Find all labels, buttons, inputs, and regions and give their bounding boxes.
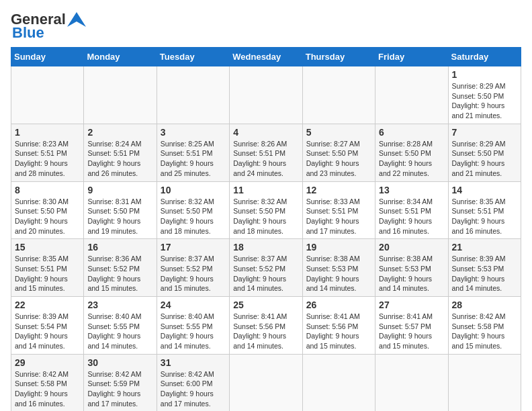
calendar-cell: 22 Sunrise: 8:39 AM Sunset: 5:54 PM Dayl… [11,297,84,355]
sunrise-label: Sunrise: 8:42 AM [452,312,506,320]
sunset-label: Sunset: 5:51 PM [161,149,213,157]
calendar-cell: 1 Sunrise: 8:29 AM Sunset: 5:50 PM Dayli… [448,66,521,124]
day-number: 9 [87,185,152,195]
day-number: 7 [452,127,517,138]
day-info: Sunrise: 8:42 AM Sunset: 5:58 PM Dayligh… [15,369,80,409]
sunrise-label: Sunrise: 8:37 AM [161,255,214,263]
day-info: Sunrise: 8:28 AM Sunset: 5:50 PM Dayligh… [379,139,444,179]
sunrise-label: Sunrise: 8:29 AM [452,82,506,90]
daylight-label: Daylight: 9 hours and 25 minutes. [161,159,214,177]
calendar-cell: 13 Sunrise: 8:34 AM Sunset: 5:51 PM Dayl… [375,181,448,239]
sunrise-label: Sunrise: 8:27 AM [306,140,360,148]
calendar-cell [448,354,521,411]
day-number: 19 [306,242,371,253]
day-info: Sunrise: 8:42 AM Sunset: 6:00 PM Dayligh… [161,369,226,409]
day-info: Sunrise: 8:39 AM Sunset: 5:54 PM Dayligh… [15,312,80,351]
calendar-cell: 5 Sunrise: 8:27 AM Sunset: 5:50 PM Dayli… [302,124,375,181]
day-info: Sunrise: 8:32 AM Sunset: 5:50 PM Dayligh… [161,197,226,236]
day-number: 24 [161,300,226,310]
day-number: 16 [87,242,152,253]
calendar-cell: 28 Sunrise: 8:42 AM Sunset: 5:58 PM Dayl… [448,297,521,355]
day-info: Sunrise: 8:34 AM Sunset: 5:51 PM Dayligh… [379,197,444,236]
daylight-label: Daylight: 9 hours and 15 minutes. [379,332,432,350]
day-number: 13 [379,185,444,195]
sunset-label: Sunset: 5:50 PM [379,149,431,157]
calendar-cell: 8 Sunrise: 8:30 AM Sunset: 5:50 PM Dayli… [11,181,84,239]
day-info: Sunrise: 8:30 AM Sunset: 5:50 PM Dayligh… [15,197,80,236]
calendar-cell: 20 Sunrise: 8:38 AM Sunset: 5:53 PM Dayl… [375,239,448,297]
sunrise-label: Sunrise: 8:32 AM [161,197,214,205]
sunrise-label: Sunrise: 8:39 AM [15,312,69,320]
daylight-label: Daylight: 9 hours and 15 minutes. [452,332,505,350]
sunrise-label: Sunrise: 8:33 AM [306,197,360,205]
daylight-label: Daylight: 9 hours and 18 minutes. [233,217,286,235]
sunset-label: Sunset: 5:57 PM [379,322,431,330]
sunrise-label: Sunrise: 8:32 AM [233,197,287,205]
calendar-cell: 25 Sunrise: 8:41 AM Sunset: 5:56 PM Dayl… [230,297,302,355]
day-number: 27 [379,300,444,310]
day-number: 1 [452,69,517,80]
daylight-label: Daylight: 9 hours and 14 minutes. [379,275,432,293]
sunset-label: Sunset: 5:53 PM [379,265,431,273]
calendar-header-row: SundayMondayTuesdayWednesdayThursdayFrid… [11,48,521,66]
sunset-label: Sunset: 5:58 PM [452,322,504,330]
daylight-label: Daylight: 9 hours and 20 minutes. [15,217,68,235]
day-info: Sunrise: 8:37 AM Sunset: 5:52 PM Dayligh… [233,254,298,293]
sunset-label: Sunset: 5:51 PM [15,265,67,273]
calendar-cell [230,66,302,124]
daylight-label: Daylight: 9 hours and 16 minutes. [15,390,68,408]
day-info: Sunrise: 8:38 AM Sunset: 5:53 PM Dayligh… [306,254,371,293]
day-number: 29 [15,357,80,368]
sunset-label: Sunset: 5:52 PM [161,265,213,273]
daylight-label: Daylight: 9 hours and 28 minutes. [15,159,68,177]
daylight-label: Daylight: 9 hours and 17 minutes. [306,217,359,235]
day-info: Sunrise: 8:39 AM Sunset: 5:53 PM Dayligh… [452,254,517,293]
sunrise-label: Sunrise: 8:41 AM [306,312,360,320]
logo-blue: Blue [12,24,44,42]
daylight-label: Daylight: 9 hours and 17 minutes. [161,390,214,408]
calendar-cell: 27 Sunrise: 8:41 AM Sunset: 5:57 PM Dayl… [375,297,448,355]
day-header-saturday: Saturday [448,48,521,66]
sunrise-label: Sunrise: 8:23 AM [15,140,69,148]
day-number: 15 [15,242,80,253]
sunset-label: Sunset: 5:55 PM [87,322,140,330]
calendar-cell: 17 Sunrise: 8:37 AM Sunset: 5:52 PM Dayl… [157,239,229,297]
sunrise-label: Sunrise: 8:38 AM [379,255,433,263]
day-number: 17 [161,242,226,253]
calendar-cell [302,354,375,411]
day-info: Sunrise: 8:40 AM Sunset: 5:55 PM Dayligh… [87,312,152,351]
day-number: 31 [161,357,226,368]
day-number: 12 [306,185,371,195]
day-info: Sunrise: 8:29 AM Sunset: 5:50 PM Dayligh… [452,81,517,121]
sunset-label: Sunset: 5:51 PM [452,207,504,215]
calendar-cell [84,66,157,124]
calendar-cell: 2 Sunrise: 8:24 AM Sunset: 5:51 PM Dayli… [84,124,157,181]
sunset-label: Sunset: 5:50 PM [452,92,504,100]
sunset-label: Sunset: 5:54 PM [15,322,67,330]
sunrise-label: Sunrise: 8:40 AM [161,312,214,320]
calendar-cell: 29 Sunrise: 8:42 AM Sunset: 5:58 PM Dayl… [11,354,84,411]
day-header-wednesday: Wednesday [230,48,302,66]
day-info: Sunrise: 8:42 AM Sunset: 5:59 PM Dayligh… [87,369,152,409]
calendar-cell: 23 Sunrise: 8:40 AM Sunset: 5:55 PM Dayl… [84,297,157,355]
sunset-label: Sunset: 5:51 PM [379,207,431,215]
calendar-cell: 11 Sunrise: 8:32 AM Sunset: 5:50 PM Dayl… [230,181,302,239]
day-number: 5 [306,127,371,138]
sunrise-label: Sunrise: 8:28 AM [379,140,433,148]
sunset-label: Sunset: 5:58 PM [15,379,67,387]
day-info: Sunrise: 8:32 AM Sunset: 5:50 PM Dayligh… [233,197,298,236]
page-header: General Blue [11,11,521,42]
daylight-label: Daylight: 9 hours and 21 minutes. [452,101,505,120]
sunrise-label: Sunrise: 8:29 AM [452,140,506,148]
sunset-label: Sunset: 5:50 PM [306,149,359,157]
calendar-cell [157,66,229,124]
day-info: Sunrise: 8:24 AM Sunset: 5:51 PM Dayligh… [87,139,152,179]
sunrise-label: Sunrise: 8:26 AM [233,140,287,148]
daylight-label: Daylight: 9 hours and 15 minutes. [306,332,359,350]
calendar-cell: 12 Sunrise: 8:33 AM Sunset: 5:51 PM Dayl… [302,181,375,239]
day-number: 20 [379,242,444,253]
day-info: Sunrise: 8:38 AM Sunset: 5:53 PM Dayligh… [379,254,444,293]
sunset-label: Sunset: 5:51 PM [306,207,359,215]
sunset-label: Sunset: 5:51 PM [87,149,140,157]
day-info: Sunrise: 8:36 AM Sunset: 5:52 PM Dayligh… [87,254,152,293]
